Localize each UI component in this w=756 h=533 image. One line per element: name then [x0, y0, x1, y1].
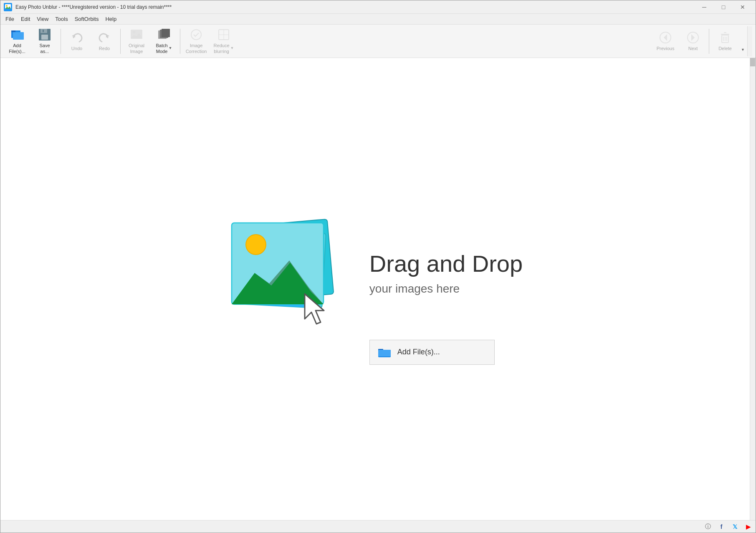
svg-marker-26 — [691, 34, 695, 41]
reduce-blurring-icon — [217, 28, 230, 41]
toolbar-separator-1 — [61, 29, 61, 54]
original-image-toolbar-label: OriginalImage — [129, 43, 144, 54]
svg-point-3 — [6, 5, 8, 7]
menu-edit[interactable]: Edit — [18, 15, 33, 23]
drag-drop-text: Drag and Drop your images here — [369, 250, 523, 296]
add-files-main-label: Add File(s)... — [397, 348, 440, 356]
next-toolbar-button[interactable]: Next — [680, 26, 706, 56]
batch-mode-icon — [157, 28, 171, 41]
maximize-button[interactable]: □ — [714, 0, 733, 14]
save-as-icon — [38, 28, 51, 41]
statusbar-right: ⓘ f 𝕏 ▶ — [704, 523, 752, 531]
menu-help[interactable]: Help — [102, 15, 120, 23]
drag-text-main: Drag and Drop — [369, 250, 523, 277]
drop-area-container: Drag and Drop your images here Add File(… — [228, 215, 523, 365]
svg-rect-10 — [43, 30, 44, 32]
redo-toolbar-label: Redo — [99, 46, 110, 51]
toolbar: AddFile(s)... Saveas... — [0, 25, 756, 58]
toolbar-separator-2 — [120, 29, 121, 54]
close-button[interactable]: ✕ — [733, 0, 752, 14]
statusbar: ⓘ f 𝕏 ▶ — [0, 520, 756, 533]
content-area: Drag and Drop your images here Add File(… — [0, 58, 756, 533]
add-files-toolbar-label: AddFile(s)... — [9, 43, 25, 54]
svg-rect-6 — [13, 32, 24, 40]
save-as-toolbar-button[interactable]: Saveas... — [31, 26, 58, 56]
redo-toolbar-button[interactable]: Redo — [91, 26, 118, 56]
delete-toolbar-label: Delete — [718, 46, 732, 51]
twitter-icon[interactable]: 𝕏 — [731, 523, 739, 531]
undo-toolbar-button[interactable]: Undo — [63, 26, 90, 56]
delete-icon — [718, 31, 732, 44]
folder-icon — [378, 347, 391, 357]
main-window: Easy Photo Unblur - ****Unregistered ver… — [0, 0, 756, 533]
app-icon — [4, 3, 12, 11]
undo-icon — [70, 31, 83, 44]
image-correction-toolbar-button[interactable]: ImageCorrection — [183, 26, 210, 56]
scrollbar-thumb[interactable] — [750, 58, 755, 66]
facebook-icon[interactable]: f — [717, 523, 726, 531]
drop-area-content: Drag and Drop your images here — [228, 215, 523, 331]
menu-view[interactable]: View — [33, 15, 52, 23]
main-drop-area[interactable]: Drag and Drop your images here Add File(… — [0, 58, 750, 521]
image-correction-icon — [190, 28, 203, 41]
redo-icon — [98, 31, 111, 44]
titlebar-left: Easy Photo Unblur - ****Unregistered ver… — [4, 3, 172, 11]
reduce-blurring-dropdown-arrow: ▼ — [230, 46, 234, 50]
svg-marker-24 — [664, 34, 667, 41]
info-icon[interactable]: ⓘ — [704, 523, 712, 531]
undo-toolbar-label: Undo — [71, 46, 82, 51]
original-image-icon — [130, 28, 143, 41]
svg-point-15 — [133, 31, 135, 33]
batch-mode-toolbar-button[interactable]: BatchMode ▼ — [151, 26, 177, 56]
toolbar-overflow-arrow[interactable]: ▼ — [741, 48, 745, 52]
titlebar: Easy Photo Unblur - ****Unregistered ver… — [0, 0, 756, 14]
minimize-button[interactable]: ─ — [695, 0, 714, 14]
titlebar-title: Easy Photo Unblur - ****Unregistered ver… — [15, 4, 172, 10]
menubar: File Edit View Tools SoftOrbits Help — [0, 14, 756, 25]
drag-text-sub: your images here — [369, 282, 523, 296]
reduce-blurring-toolbar-button[interactable]: Reduceblurring ▼ — [210, 26, 237, 56]
next-icon — [686, 31, 700, 44]
batch-mode-dropdown-arrow: ▼ — [169, 46, 172, 50]
svg-rect-47 — [378, 350, 391, 356]
svg-rect-9 — [41, 35, 48, 40]
svg-point-40 — [246, 235, 266, 255]
titlebar-controls: ─ □ ✕ — [695, 0, 752, 14]
svg-rect-18 — [162, 29, 170, 37]
toolbar-scrollbar — [747, 26, 752, 56]
svg-rect-5 — [11, 30, 15, 32]
previous-toolbar-button[interactable]: Previous — [652, 26, 679, 56]
youtube-icon[interactable]: ▶ — [744, 523, 752, 531]
menu-softorbits[interactable]: SoftOrbits — [71, 15, 102, 23]
photo-stack-illustration — [228, 215, 344, 331]
menu-tools[interactable]: Tools — [52, 15, 71, 23]
delete-toolbar-button[interactable]: Delete — [712, 26, 738, 56]
add-files-icon — [10, 28, 24, 41]
svg-point-19 — [191, 30, 201, 40]
original-image-toolbar-button[interactable]: OriginalImage — [123, 26, 150, 56]
toolbar-separator-3 — [180, 29, 180, 54]
vertical-scrollbar[interactable] — [750, 58, 756, 533]
batch-mode-toolbar-label: BatchMode — [156, 43, 167, 54]
save-as-toolbar-label: Saveas... — [39, 43, 50, 54]
image-correction-toolbar-label: ImageCorrection — [186, 43, 207, 54]
menu-file[interactable]: File — [2, 15, 18, 23]
toolbar-separator-4 — [709, 29, 709, 54]
previous-toolbar-label: Previous — [657, 46, 675, 51]
reduce-blurring-toolbar-label: Reduceblurring — [214, 43, 230, 54]
add-files-main-button[interactable]: Add File(s)... — [369, 340, 495, 365]
add-files-toolbar-button[interactable]: AddFile(s)... — [4, 26, 30, 56]
next-toolbar-label: Next — [688, 46, 698, 51]
previous-icon — [659, 31, 672, 44]
